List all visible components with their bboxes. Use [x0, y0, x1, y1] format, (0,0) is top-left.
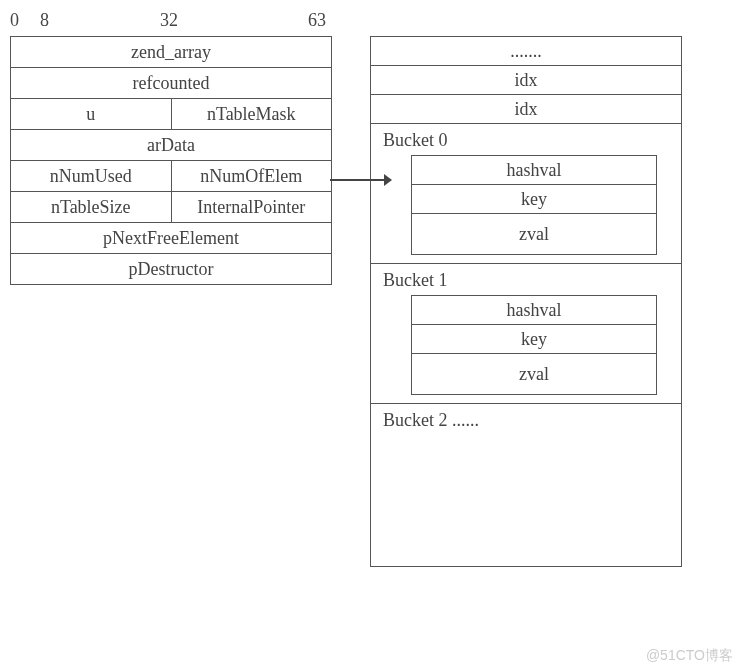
- bit-offsets-ruler: 0 8 32 63: [10, 10, 330, 32]
- field-nnumofelem: nNumOfElem: [172, 161, 332, 191]
- field-internalpointer: InternalPointer: [172, 192, 332, 222]
- field-ardata: arData: [11, 130, 331, 160]
- offset-8: 8: [40, 10, 49, 31]
- field-ntablesize: nTableSize: [11, 192, 172, 222]
- field-refcounted: refcounted: [11, 68, 331, 98]
- field-nnumused: nNumUsed: [11, 161, 172, 191]
- bucket-2-label: Bucket 2 ......: [379, 408, 673, 435]
- bucket-zval: zval: [412, 214, 656, 254]
- field-ntablemask: nTableMask: [172, 99, 332, 129]
- hash-slot-dots: .......: [371, 37, 681, 66]
- offset-0: 0: [10, 10, 19, 31]
- bucket-key: key: [412, 325, 656, 354]
- bucket-0: Bucket 0 hashval key zval: [371, 124, 681, 264]
- field-pnextfreeelement: pNextFreeElement: [11, 223, 331, 253]
- field-zend-array: zend_array: [11, 37, 331, 67]
- bucket-key: key: [412, 185, 656, 214]
- bucket-hashval: hashval: [412, 156, 656, 185]
- hash-slot-idx: idx: [371, 66, 681, 95]
- offset-32: 32: [160, 10, 178, 31]
- field-u: u: [11, 99, 172, 129]
- zend-array-struct: 0 8 32 63 zend_array refcounted u nTable…: [10, 10, 330, 285]
- bucket-zval: zval: [412, 354, 656, 394]
- bucket-1: Bucket 1 hashval key zval: [371, 264, 681, 404]
- watermark: @51CTO博客: [646, 647, 733, 665]
- field-pdestructor: pDestructor: [11, 254, 331, 284]
- buckets-array: ....... idx idx Bucket 0 hashval key zva…: [370, 36, 682, 567]
- ardata-arrow-icon: [330, 170, 392, 190]
- svg-marker-1: [384, 174, 392, 186]
- hash-slot-idx: idx: [371, 95, 681, 124]
- bucket-0-label: Bucket 0: [379, 128, 673, 155]
- bucket-2: Bucket 2 ......: [371, 404, 681, 566]
- offset-63: 63: [308, 10, 326, 31]
- bucket-1-label: Bucket 1: [379, 268, 673, 295]
- bucket-hashval: hashval: [412, 296, 656, 325]
